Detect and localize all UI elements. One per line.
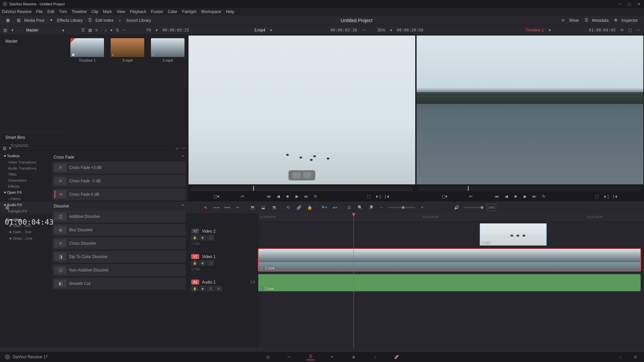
list-view-icon[interactable]: ☰ xyxy=(81,28,85,33)
page-color[interactable]: ◉ xyxy=(350,354,358,360)
first-frame-button[interactable]: ⏮ xyxy=(266,193,272,199)
chevron-down-icon[interactable]: ▾ xyxy=(9,146,11,150)
effects-library-toggle[interactable]: ✦Effects Library xyxy=(47,16,85,24)
more-icon[interactable]: ⋯ xyxy=(181,146,185,150)
lock-track-button[interactable]: 🔒 xyxy=(191,286,198,291)
timeline-clip[interactable]: 🔗 2.mp4 xyxy=(258,274,641,291)
marker-button[interactable]: ●▾ xyxy=(331,204,338,211)
track-enable-button[interactable]: ◉ xyxy=(199,286,206,291)
track-mute-button[interactable]: ▢ xyxy=(207,235,214,240)
minimize-button[interactable]: ─ xyxy=(617,1,623,7)
close-button[interactable]: ✕ xyxy=(636,1,641,7)
loop-button[interactable]: ↻ xyxy=(541,193,547,199)
tree-item[interactable]: Effects xyxy=(2,183,48,189)
chevron-down-icon[interactable]: ▾ xyxy=(110,28,112,33)
chevron-down-icon[interactable]: ▾ xyxy=(390,28,392,33)
track-enable-button[interactable]: ◉ xyxy=(199,235,206,240)
maximize-button[interactable]: ▢ xyxy=(627,1,632,7)
panel-view-icon[interactable]: ▥ xyxy=(3,146,6,150)
first-frame-button[interactable]: ⏮ xyxy=(494,193,500,199)
lock-icon[interactable]: 🔒 xyxy=(306,204,313,211)
menu-item[interactable]: Playback xyxy=(130,9,146,14)
replace-clip-button[interactable]: ⬔ xyxy=(270,204,277,211)
prev-edit-icon[interactable]: ‹•› xyxy=(239,193,246,199)
overwrite-button[interactable]: |⏴ xyxy=(384,193,390,199)
volume-slider[interactable] xyxy=(464,207,484,208)
insert-button[interactable]: ⏵| xyxy=(375,193,381,199)
program-canvas[interactable] xyxy=(417,36,643,184)
fx-group-header[interactable]: Dissolve⌃ xyxy=(52,202,186,210)
video-only-button[interactable] xyxy=(292,172,301,178)
trim-tool[interactable]: ⟷ xyxy=(213,204,220,211)
track-a1[interactable]: 🔗 2.mp4 xyxy=(258,273,644,293)
search-icon[interactable]: ⌕ xyxy=(105,28,107,33)
timeline-clip[interactable]: 3.mp4 xyxy=(480,223,547,246)
bypass-icon[interactable]: ⟲ xyxy=(620,28,624,33)
page-cut[interactable]: ✂ xyxy=(285,354,293,360)
prev-frame-button[interactable]: ◀ xyxy=(503,193,509,199)
home-button[interactable]: ⌂ xyxy=(616,354,625,360)
layout-preset-button[interactable]: ▦ xyxy=(3,16,14,24)
zoom-out-button[interactable]: − xyxy=(378,204,385,211)
menu-item[interactable]: Fairlight xyxy=(182,9,197,14)
clip-thumbnail[interactable]: ♪ 2.mp4 xyxy=(151,38,184,62)
menu-item[interactable]: Trim xyxy=(59,9,67,14)
track-mute-button[interactable]: ▢ xyxy=(207,260,214,266)
program-scrubber[interactable] xyxy=(419,186,641,190)
timeline-view-options[interactable]: ▦ xyxy=(3,204,11,211)
blade-tool[interactable]: ✂ xyxy=(234,204,241,211)
lock-track-button[interactable]: 🔒 xyxy=(191,235,198,240)
zoom-custom-icon[interactable]: 🔎 xyxy=(367,204,374,211)
source-scrubber[interactable] xyxy=(191,186,413,190)
project-settings-button[interactable]: ⚙ xyxy=(631,354,639,360)
tree-openfx[interactable]: ▾ Open FX xyxy=(2,189,48,196)
search-icon[interactable]: ⌕ xyxy=(176,146,178,150)
insert-button[interactable]: ⏵| xyxy=(603,193,609,199)
playhead[interactable] xyxy=(354,213,354,347)
chevron-down-icon[interactable]: ▾ xyxy=(270,28,272,33)
play-button[interactable]: ▶ xyxy=(522,193,528,199)
mark-in-icon[interactable]: ⬚ xyxy=(366,193,372,199)
dynamic-trim-tool[interactable]: ⟺ xyxy=(223,204,231,211)
sound-library-toggle[interactable]: ♪Sound Library xyxy=(116,16,154,24)
page-fairlight[interactable]: ♪ xyxy=(371,354,379,360)
next-frame-button[interactable]: ⏭ xyxy=(303,193,309,199)
flag-button[interactable]: ⚑▾ xyxy=(320,204,328,211)
menu-item[interactable]: Edit xyxy=(47,9,54,14)
tree-item[interactable]: › Filters xyxy=(2,196,48,202)
mark-in-icon[interactable]: ⬚ xyxy=(594,193,600,199)
bin-view-icon[interactable]: ▥ xyxy=(3,28,8,33)
selection-tool[interactable]: ⬉ xyxy=(202,204,209,211)
menu-item[interactable]: File xyxy=(36,9,43,14)
track-v1[interactable]: 🔗 2.mp4 xyxy=(258,247,644,273)
more-icon[interactable]: ⋯ xyxy=(122,28,126,33)
track-badge[interactable]: A1 xyxy=(191,280,199,285)
mixer-toggle[interactable]: ⎚Mixer xyxy=(559,16,582,24)
clip-thumbnail[interactable]: ♪ 3.mp4 xyxy=(111,38,144,62)
menu-item[interactable]: Help xyxy=(226,9,234,14)
tree-toolbox[interactable]: ▾ Toolbox xyxy=(2,153,48,159)
source-canvas[interactable] xyxy=(189,36,415,184)
edit-index-toggle[interactable]: ☰Edit Index xyxy=(86,16,116,24)
lock-track-button[interactable]: 🔒 xyxy=(191,260,198,266)
thumb-view-icon[interactable]: ▦ xyxy=(88,28,92,33)
play-button[interactable]: ▶ xyxy=(294,193,300,199)
zoom-percent[interactable]: 35% xyxy=(377,28,385,33)
timeline-clip[interactable]: 🔗 2.mp4 xyxy=(258,249,641,271)
track-badge[interactable]: V1 xyxy=(191,254,199,259)
sort-icon[interactable]: ⇅ xyxy=(116,28,119,33)
clip-thumbnail[interactable]: ▦ Timeline 1 xyxy=(70,38,104,62)
source-clip-name[interactable]: 3.mp4 xyxy=(254,28,265,33)
more-icon[interactable]: ⋯ xyxy=(362,28,366,33)
page-deliver[interactable]: 🚀 xyxy=(392,354,400,360)
chevron-down-icon[interactable]: ▾ xyxy=(11,28,13,33)
page-edit[interactable]: ☰ xyxy=(307,354,315,360)
next-frame-button[interactable]: ⏭ xyxy=(531,193,537,199)
audio-only-button[interactable] xyxy=(303,172,311,178)
fx-group-header[interactable]: Cross Fade⌃ xyxy=(52,153,186,162)
nav-fwd-icon[interactable]: › xyxy=(21,28,23,33)
timeline-ruler[interactable]: 01:00:00:00 01:00:08:00 01:00:16:00 xyxy=(258,213,644,222)
timeline-tracks[interactable]: 01:00:00:00 01:00:08:00 01:00:16:00 3.mp… xyxy=(258,213,644,347)
stop-button[interactable]: ■ xyxy=(513,193,519,199)
tree-item[interactable]: Video Transitions xyxy=(2,159,48,165)
